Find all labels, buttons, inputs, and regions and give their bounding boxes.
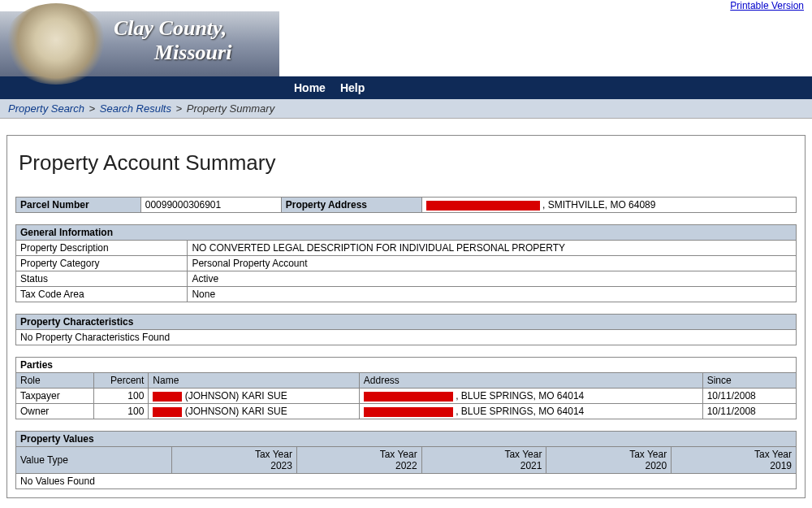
main-panel: Property Account Summary Parcel Number 0… bbox=[6, 135, 806, 498]
table-row: Taxpayer 100 (JOHNSON) KARI SUE , BLUE S… bbox=[16, 389, 797, 404]
col-value-type: Value Type bbox=[16, 447, 172, 474]
col-year: Tax Year 2020 bbox=[546, 447, 672, 474]
col-year: Tax Year 2023 bbox=[172, 447, 297, 474]
address-suffix: , SMITHVILLE, MO 64089 bbox=[542, 199, 655, 211]
breadcrumb: Property Search > Search Results > Prope… bbox=[0, 99, 812, 119]
party-address: , BLUE SPRINGS, MO 64014 bbox=[359, 404, 702, 419]
party-percent: 100 bbox=[94, 404, 149, 419]
redacted-block bbox=[153, 392, 182, 402]
gi-value: None bbox=[188, 287, 797, 302]
nav-bar: Home Help bbox=[0, 76, 812, 99]
gi-value: NO CONVERTED LEGAL DESCRIPTION FOR INDIV… bbox=[188, 241, 797, 256]
values-year-row: Value Type Tax Year 2023 Tax Year 2022 T… bbox=[16, 447, 797, 474]
breadcrumb-property-search[interactable]: Property Search bbox=[8, 102, 84, 115]
parties-header: Parties bbox=[16, 358, 797, 373]
gi-label: Status bbox=[16, 271, 188, 287]
parcel-table: Parcel Number 00099000306901 Property Ad… bbox=[15, 197, 797, 213]
characteristics-table: Property Characteristics No Property Cha… bbox=[15, 314, 797, 345]
characteristics-none: No Property Characteristics Found bbox=[16, 330, 797, 345]
parties-column-row: Role Percent Name Address Since bbox=[16, 373, 797, 389]
general-info-table: General Information Property Description… bbox=[15, 224, 797, 302]
property-address-label: Property Address bbox=[281, 198, 421, 213]
party-address: , BLUE SPRINGS, MO 64014 bbox=[359, 389, 702, 404]
gi-value: Personal Property Account bbox=[188, 256, 797, 271]
redacted-block bbox=[364, 407, 453, 417]
parcel-number-label: Parcel Number bbox=[16, 198, 141, 213]
redacted-block bbox=[364, 392, 453, 402]
col-role: Role bbox=[16, 373, 94, 389]
characteristics-header: Property Characteristics bbox=[16, 315, 797, 330]
breadcrumb-search-results[interactable]: Search Results bbox=[100, 102, 171, 115]
gi-label: Property Description bbox=[16, 241, 188, 256]
property-address-value: , SMITHVILLE, MO 64089 bbox=[421, 198, 796, 213]
col-address: Address bbox=[359, 373, 702, 389]
redacted-block bbox=[426, 201, 540, 211]
parcel-number-value: 00099000306901 bbox=[140, 198, 281, 213]
table-row: Tax Code Area None bbox=[16, 287, 797, 302]
table-row: Owner 100 (JOHNSON) KARI SUE , BLUE SPRI… bbox=[16, 404, 797, 419]
breadcrumb-sep: > bbox=[176, 102, 183, 115]
table-row: Property Description NO CONVERTED LEGAL … bbox=[16, 241, 797, 256]
breadcrumb-sep: > bbox=[89, 102, 96, 115]
nav-help[interactable]: Help bbox=[340, 81, 365, 94]
breadcrumb-current: Property Summary bbox=[187, 102, 274, 115]
col-year: Tax Year 2022 bbox=[296, 447, 421, 474]
general-info-header: General Information bbox=[16, 225, 797, 241]
county-banner: Clay County, Missouri bbox=[0, 11, 279, 76]
values-none: No Values Found bbox=[16, 474, 797, 489]
party-role: Taxpayer bbox=[16, 389, 94, 404]
col-year: Tax Year 2019 bbox=[672, 447, 797, 474]
col-since: Since bbox=[702, 373, 796, 389]
values-table: Property Values Value Type Tax Year 2023… bbox=[15, 431, 797, 489]
party-role: Owner bbox=[16, 404, 94, 419]
party-since: 10/11/2008 bbox=[702, 404, 796, 419]
gi-value: Active bbox=[188, 271, 797, 287]
gi-label: Tax Code Area bbox=[16, 287, 188, 302]
county-seal-icon bbox=[3, 3, 109, 85]
col-year: Tax Year 2021 bbox=[421, 447, 546, 474]
party-name: (JOHNSON) KARI SUE bbox=[149, 389, 359, 404]
values-header: Property Values bbox=[16, 432, 797, 447]
table-row: Property Category Personal Property Acco… bbox=[16, 256, 797, 271]
redacted-block bbox=[153, 407, 182, 417]
gi-label: Property Category bbox=[16, 256, 188, 271]
party-since: 10/11/2008 bbox=[702, 389, 796, 404]
parties-table: Parties Role Percent Name Address Since … bbox=[15, 357, 797, 419]
nav-home[interactable]: Home bbox=[294, 81, 326, 94]
table-row: Status Active bbox=[16, 271, 797, 287]
county-name: Clay County, Missouri bbox=[114, 16, 231, 65]
col-percent: Percent bbox=[94, 373, 149, 389]
col-name: Name bbox=[149, 373, 359, 389]
page-title: Property Account Summary bbox=[19, 150, 793, 176]
party-name: (JOHNSON) KARI SUE bbox=[149, 404, 359, 419]
table-row: No Values Found bbox=[16, 474, 797, 489]
party-percent: 100 bbox=[94, 389, 149, 404]
printable-version-link[interactable]: Printable Version bbox=[730, 0, 804, 11]
